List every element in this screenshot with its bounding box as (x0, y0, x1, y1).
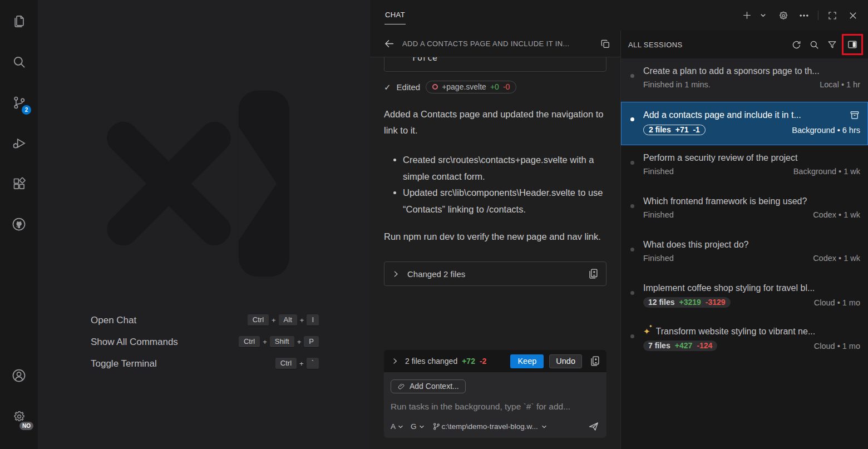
toggle-layout-icon[interactable] (845, 37, 860, 52)
key-chip: Alt (279, 314, 297, 326)
scm-count-badge: 2 (22, 105, 31, 115)
session-meta: Background • 6 hrs (792, 126, 860, 135)
keep-button[interactable]: Keep (510, 354, 544, 368)
sessions-title: ALL SESSIONS (628, 41, 786, 49)
chat-settings-gear-icon[interactable] (777, 9, 790, 22)
session-diff-badge: 2 files +71 -1 (643, 125, 706, 135)
session-meta: Codex • 1 wk (813, 210, 860, 219)
chat-view: ADD A CONTACTS PAGE AND INCLUDE IT IN...… (370, 31, 620, 449)
session-row[interactable]: What does this project do? Finished Code… (621, 232, 868, 275)
search-icon[interactable] (6, 48, 32, 75)
add-context-button[interactable]: Add Context... (391, 379, 466, 393)
tab-chat[interactable]: CHAT (384, 6, 406, 24)
session-row-selected[interactable]: Add a contacts page and include it in t.… (621, 102, 868, 145)
chevron-right-icon (392, 270, 400, 278)
session-status: Finished (643, 167, 674, 176)
shortcut-row: Open Chat Ctrl + Alt + I (91, 309, 319, 331)
mode-picker[interactable]: A (391, 422, 404, 431)
assistant-paragraph: Run npm run dev to verify the new page a… (384, 229, 606, 245)
code-block: src\routes\contacts Force (384, 57, 606, 72)
source-control-icon[interactable]: 2 (6, 89, 32, 116)
chevron-down-icon (418, 423, 425, 430)
sessions-header: ALL SESSIONS (621, 31, 868, 58)
chevron-down-icon (541, 423, 548, 430)
lines-removed: -0 (503, 82, 510, 91)
chat-input-toolbar: A G c:\temp\demo-travel-bl (391, 420, 600, 433)
session-title: What does this project do? (643, 240, 860, 250)
edited-file-row: ✓ Edited +page.svelte +0 -0 (384, 81, 606, 93)
chat-panel: CHAT (370, 0, 868, 449)
session-diff-badge: 12 files +3219 -3129 (643, 297, 731, 308)
session-row[interactable]: Implement coffee shop styling for travel… (621, 275, 868, 319)
settings-gear-icon[interactable]: NO (6, 403, 32, 430)
session-row[interactable]: Perform a security review of the project… (621, 145, 868, 189)
filter-icon[interactable] (825, 37, 839, 52)
session-list: Create a plan to add a sponsors page to … (621, 58, 868, 362)
extensions-icon[interactable] (6, 170, 32, 197)
paperclip-icon (397, 382, 406, 391)
branch-icon (432, 422, 441, 431)
annotation-red-box (842, 34, 863, 55)
new-chat-dropdown-icon[interactable] (756, 9, 770, 22)
session-title: Perform a security review of the project (643, 153, 860, 163)
session-title: Which frontend framework is being used? (643, 196, 860, 206)
copy-session-icon[interactable] (600, 38, 611, 50)
key-chip: I (307, 314, 319, 326)
search-sessions-icon[interactable] (807, 37, 821, 52)
session-title: Transform website styling to vibrant ne.… (656, 327, 860, 337)
pending-changes-bar: 2 files changed +72 -2 Keep Undo (384, 350, 606, 372)
session-row[interactable]: ✦✦ Transform website styling to vibrant … (621, 319, 868, 362)
view-diff-icon[interactable] (587, 268, 599, 280)
chat-session-header: ADD A CONTACTS PAGE AND INCLUDE IT IN... (370, 31, 620, 57)
bullet-item: Created src\routes\contacts+page.svelte … (403, 152, 606, 185)
new-chat-icon[interactable] (740, 9, 753, 22)
chat-input-field[interactable]: Run tasks in the background, type `#` fo… (391, 402, 600, 412)
session-status: Finished (643, 210, 674, 219)
close-panel-icon[interactable] (846, 9, 860, 22)
undo-button[interactable]: Undo (549, 354, 582, 368)
changed-files-expander[interactable]: Changed 2 files (384, 261, 606, 286)
more-actions-icon[interactable] (797, 9, 811, 22)
lines-added: +0 (490, 82, 499, 91)
session-status: Finished (643, 254, 674, 263)
model-picker[interactable]: G (411, 422, 425, 431)
pending-removed: -2 (480, 357, 486, 366)
chevron-right-icon[interactable] (391, 357, 399, 365)
edited-file-pill[interactable]: +page.svelte +0 -0 (426, 81, 516, 93)
account-icon[interactable] (6, 362, 32, 389)
chat-session-title: ADD A CONTACTS PAGE AND INCLUDE IT IN... (402, 40, 593, 48)
pending-added: +72 (462, 357, 475, 366)
shortcut-label: Open Chat (91, 315, 248, 326)
session-title: Implement coffee shop styling for travel… (643, 283, 860, 293)
archive-icon[interactable] (849, 110, 860, 121)
bullet-item: Updated src\lib\components\Header.svelte… (403, 185, 606, 218)
assistant-bullet-list: Created src\routes\contacts+page.svelte … (384, 152, 606, 218)
session-status-dot (630, 334, 634, 338)
key-chip: ` (307, 358, 319, 369)
topbar-divider (818, 11, 818, 20)
session-status-dot (630, 161, 634, 165)
explorer-icon[interactable] (6, 8, 32, 34)
chat-input-box: Add Context... Run tasks in the backgrou… (384, 372, 606, 438)
workspace-picker[interactable]: c:\temp\demo-travel-blog.w... (432, 422, 548, 431)
maximize-panel-icon[interactable] (826, 9, 839, 22)
send-icon[interactable] (587, 420, 600, 433)
editor-area: Open Chat Ctrl + Alt + I Show All Comman… (38, 0, 370, 449)
refresh-icon[interactable] (789, 37, 803, 52)
check-icon: ✓ (384, 82, 391, 92)
view-diff-icon[interactable] (589, 355, 601, 367)
shortcut-hints: Open Chat Ctrl + Alt + I Show All Comman… (91, 309, 319, 374)
key-chip: P (304, 336, 319, 348)
key-chip: Ctrl (239, 336, 260, 348)
run-debug-icon[interactable] (6, 130, 32, 156)
session-row[interactable]: Which frontend framework is being used? … (621, 189, 868, 232)
session-row[interactable]: Create a plan to add a sponsors page to … (621, 58, 868, 102)
github-icon[interactable] (6, 211, 32, 238)
shortcut-label: Show All Commands (91, 337, 239, 348)
chevron-down-icon (397, 423, 404, 430)
back-icon[interactable] (383, 38, 395, 50)
shortcut-row: Toggle Terminal Ctrl + ` (91, 353, 319, 374)
key-chip: Shift (270, 336, 294, 348)
session-status: Finished in 1 mins. (643, 80, 711, 89)
shortcut-label: Toggle Terminal (91, 358, 275, 369)
